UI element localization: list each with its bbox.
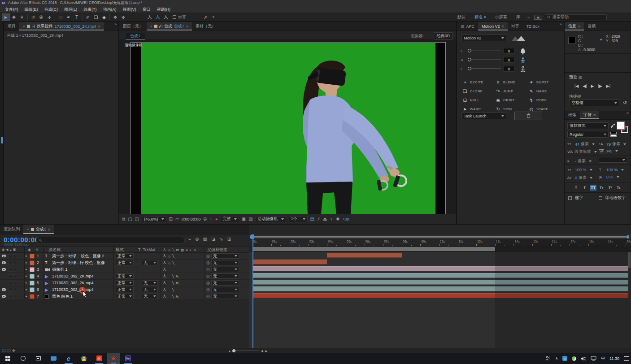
timeline-zoom-slider[interactable]	[233, 351, 259, 351]
comp-mini-flowchart-icon[interactable]: ⌁	[188, 237, 191, 242]
help-search-input[interactable]: 搜索帮助	[545, 14, 607, 20]
expand-transfer-controls-icon[interactable]: ❏	[7, 349, 10, 353]
expand-arrow-icon[interactable]: ►	[25, 273, 28, 279]
vertical-scale-control[interactable]: ↕T 100 %	[567, 168, 592, 172]
close-icon[interactable]: ×	[23, 24, 25, 28]
after-effects-taskbar-icon[interactable]: Ae	[120, 353, 135, 364]
puppet-pin-tool-icon[interactable]: ✜	[119, 13, 127, 21]
tab-comp1-timeline[interactable]: × 合成1 ≡	[23, 225, 54, 234]
last-frame-button[interactable]: ▶|	[606, 84, 610, 88]
selection-tool-icon[interactable]: ►	[2, 13, 10, 21]
menu-item-6[interactable]: 视图(V)	[120, 7, 139, 13]
pose-icon[interactable]	[520, 57, 526, 64]
label-color-box[interactable]	[30, 267, 35, 272]
layer-name[interactable]: 第一步：对绿...行 校色，抠像	[52, 260, 105, 266]
hand-tool-icon[interactable]: ✥	[10, 13, 18, 21]
preview-panel-title[interactable]: 预览 ▦	[569, 74, 582, 80]
parent-link[interactable]: ◎无	[206, 286, 239, 293]
expand-arrow-icon[interactable]: ►	[25, 293, 28, 299]
roto-brush-tool-icon[interactable]: ❖	[111, 13, 119, 21]
navigator-end-handle[interactable]	[627, 235, 629, 238]
menu-item-1[interactable]: 编辑(E)	[22, 7, 41, 13]
menu-item-2[interactable]: 合成(C)	[41, 7, 61, 13]
clock[interactable]: 11:30	[609, 356, 619, 361]
grid-guides-icon[interactable]: ⊞	[169, 217, 173, 221]
workspace-button-icon[interactable]: ▣	[534, 15, 542, 20]
trkmat-dropdown[interactable]: 无	[142, 280, 158, 286]
tab-paragraph[interactable]: 段落	[565, 111, 580, 119]
solo-slot[interactable]	[8, 288, 12, 292]
track-vertical-scrollbar[interactable]	[628, 252, 631, 268]
always-preview-icon[interactable]: ⧉	[122, 217, 125, 222]
layer-bar-2[interactable]	[252, 260, 327, 264]
motion-button-burst[interactable]: ✶BURST	[529, 78, 561, 86]
timeline-search-input[interactable]	[36, 237, 185, 243]
layer-name[interactable]: 171003D_002_2K.mp4	[52, 280, 94, 286]
tray-expand-icon[interactable]: ∧	[555, 356, 558, 360]
lock-slot[interactable]	[13, 295, 17, 299]
view-layout-dropdown[interactable]: 1个..	[289, 216, 308, 222]
font-style-dropdown[interactable]: Regular	[567, 131, 609, 138]
task-launch-dropdown[interactable]: Task Launch	[461, 113, 506, 119]
timeline-jump-icon[interactable]: ⏏	[323, 217, 327, 221]
label-color-box[interactable]	[30, 287, 35, 292]
ligatures-checkbox[interactable]: 连字	[568, 195, 583, 201]
source-name-column[interactable]: 源名称	[48, 247, 61, 253]
menu-item-4[interactable]: 效果(T)	[80, 7, 100, 13]
zoom-dropdown[interactable]: (46.8%)	[142, 216, 166, 222]
slider-mode-icon[interactable]: ›	[461, 67, 466, 71]
tab-info[interactable]: 信息≡	[565, 22, 584, 30]
edge-icon[interactable]: e	[61, 353, 76, 364]
layer-switches[interactable]: 人◇╲	[163, 253, 174, 259]
timeline-navigator[interactable]	[251, 236, 628, 238]
swap-fill-stroke-icon[interactable]	[610, 132, 617, 134]
comp-flowchart-icon[interactable]: ♁	[330, 217, 333, 221]
snapshot-icon[interactable]: ✇	[203, 217, 207, 221]
parent-link[interactable]: ◎无	[206, 266, 239, 273]
motion-button-null[interactable]: ⊡NULL	[462, 96, 495, 104]
layer-switches[interactable]: 人◇╲	[163, 260, 174, 266]
eye-toggle[interactable]	[2, 273, 6, 279]
bell-icon[interactable]	[520, 48, 526, 55]
font-size-control[interactable]: тT 44 像素	[567, 141, 595, 147]
pan-behind-tool-icon[interactable]: ✛	[45, 13, 53, 21]
delete-button[interactable]	[514, 112, 542, 120]
magnification-icon[interactable]: ▢	[128, 217, 132, 221]
start-button[interactable]	[0, 353, 15, 364]
default-fill-stroke-icon[interactable]	[610, 134, 617, 137]
label-color-box[interactable]	[30, 281, 35, 286]
parent-link[interactable]: ◎无	[206, 273, 239, 279]
panel-overflow-icon[interactable]: »	[625, 111, 631, 119]
expand-arrow-icon[interactable]: ►	[25, 280, 28, 286]
camera-dropdown[interactable]: 活动摄像机	[256, 216, 286, 222]
motion-preset-dropdown[interactable]: Motion v2	[461, 35, 506, 41]
solo-slot[interactable]	[8, 261, 12, 265]
reset-icon[interactable]: ↺	[623, 100, 627, 106]
tab-apc[interactable]: ▦APC	[457, 22, 478, 30]
panel-overflow-icon[interactable]: »	[558, 22, 564, 30]
layer-row-7[interactable]: ►7黑色 纯色 1正常无人╲fx◎无	[0, 293, 249, 300]
menu-item-7[interactable]: 窗口	[139, 7, 154, 13]
blend-mode-dropdown[interactable]: 正常	[116, 260, 134, 266]
char-style-button-4[interactable]: T¹	[607, 185, 614, 191]
layer-name[interactable]: 171003D_002_2K.mp4	[52, 273, 94, 279]
expand-inout-icon[interactable]: ✥	[12, 349, 15, 353]
blend-mode-dropdown[interactable]: 正常	[116, 293, 134, 299]
blend-mode-dropdown[interactable]: 正常	[116, 253, 134, 259]
blend-mode-dropdown[interactable]: 正常	[116, 273, 134, 279]
motion-button-clone[interactable]: ❏CLONE	[462, 87, 495, 95]
solo-slot[interactable]	[8, 268, 12, 272]
label-color-box[interactable]	[30, 260, 35, 265]
slider-thumb[interactable]	[468, 58, 471, 61]
lock-icon[interactable]	[32, 26, 35, 28]
shape-tool-icon[interactable]: ▭	[57, 13, 65, 21]
expand-layer-switches-icon[interactable]: ❏	[2, 349, 5, 353]
pen-tool-icon[interactable]: ✒	[65, 13, 73, 21]
layer-switches[interactable]: 人╲fx	[163, 293, 178, 299]
workspace-0[interactable]: 默认	[453, 14, 470, 20]
trkmat-dropdown[interactable]: 无	[142, 260, 158, 266]
first-frame-button[interactable]: |◀	[574, 84, 579, 88]
slider-thumb[interactable]	[468, 49, 471, 52]
expand-arrow-icon[interactable]: ►	[25, 260, 28, 266]
frame-blend-icon[interactable]: ◪	[211, 237, 215, 242]
